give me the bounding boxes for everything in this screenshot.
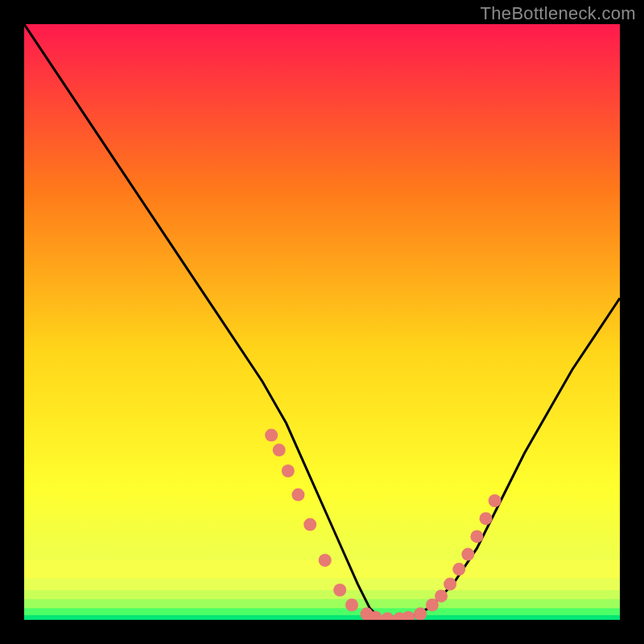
highlight-dot xyxy=(414,608,427,620)
highlight-dot xyxy=(303,518,316,531)
highlight-dot xyxy=(333,584,346,597)
plot-area xyxy=(24,24,620,620)
gradient-background xyxy=(24,24,620,620)
highlight-dot xyxy=(480,512,493,525)
band-stripe xyxy=(24,608,620,615)
highlight-dot xyxy=(435,589,448,602)
band-stripe xyxy=(24,599,620,608)
highlight-dot xyxy=(345,599,358,612)
highlight-dot xyxy=(265,429,278,442)
band-stripe xyxy=(24,590,620,599)
highlight-dot xyxy=(470,530,483,543)
bottom-bands xyxy=(24,560,620,620)
highlight-dot xyxy=(489,494,502,507)
chart-stage: TheBottleneck.com xyxy=(0,0,644,644)
band-stripe xyxy=(24,578,620,590)
band-stripe xyxy=(24,615,620,620)
highlight-dot xyxy=(444,578,456,591)
highlight-dot xyxy=(452,563,465,576)
chart-svg xyxy=(24,24,620,620)
highlight-dot xyxy=(319,554,332,567)
highlight-dot xyxy=(461,548,474,561)
highlight-dot xyxy=(282,464,295,477)
watermark-label: TheBottleneck.com xyxy=(481,3,636,24)
highlight-dot xyxy=(273,444,286,456)
highlight-dot xyxy=(291,489,304,502)
